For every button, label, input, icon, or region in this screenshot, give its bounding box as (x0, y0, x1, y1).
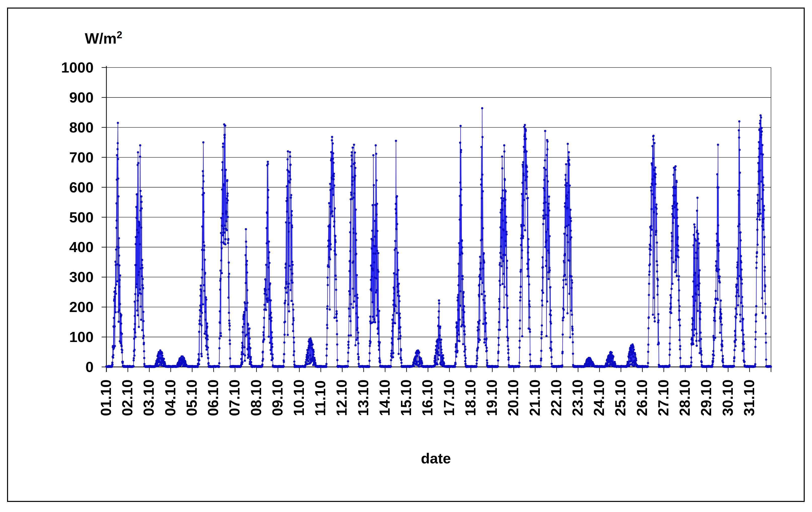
x-tick-label-19.10: 19.10 (484, 380, 500, 416)
y-tick-label-200: 200 (69, 299, 94, 315)
x-tick-label-24.10: 24.10 (591, 380, 607, 416)
x-tick-label-11.10: 11.10 (312, 380, 328, 416)
x-tick-label-13.10: 13.10 (355, 380, 371, 416)
x-tick-label-15.10: 15.10 (398, 380, 414, 416)
x-axis-title: date (421, 450, 451, 467)
y-tick-label-800: 800 (69, 119, 94, 135)
x-tick-label-18.10: 18.10 (462, 380, 478, 416)
x-tick-label-01.10: 01.10 (97, 380, 114, 416)
y-tick-label-0: 0 (86, 359, 94, 375)
x-tick-label-29.10: 29.10 (698, 380, 714, 416)
y-tick-label-400: 400 (69, 239, 94, 255)
x-tick-label-30.10: 30.10 (719, 380, 736, 416)
x-tick-label-25.10: 25.10 (612, 380, 628, 416)
x-tick-label-02.10: 02.10 (119, 380, 135, 416)
y-tick-label-300: 300 (69, 269, 94, 285)
chart-figure: 0100200300400500600700800900100001.1002.… (0, 0, 812, 512)
x-tick-label-22.10: 22.10 (548, 380, 564, 416)
x-tick-label-09.10: 09.10 (269, 380, 286, 416)
x-tick-label-12.10: 12.10 (333, 380, 350, 416)
y-axis-title-text: W/m (85, 30, 117, 47)
y-tick-label-100: 100 (69, 329, 94, 345)
x-tick-label-06.10: 06.10 (205, 380, 221, 416)
x-tick-label-08.10: 08.10 (248, 380, 264, 416)
x-tick-label-14.10: 14.10 (376, 380, 393, 416)
x-tick-label-27.10: 27.10 (655, 380, 671, 416)
x-tick-label-31.10: 31.10 (741, 380, 757, 416)
irradiance-chart: 0100200300400500600700800900100001.1002.… (0, 0, 812, 512)
x-tick-label-04.10: 04.10 (162, 380, 178, 416)
y-tick-label-500: 500 (69, 209, 94, 225)
x-tick-label-17.10: 17.10 (441, 380, 457, 416)
y-axis-title-superscript: 2 (117, 29, 122, 40)
x-tick-label-16.10: 16.10 (419, 380, 435, 416)
y-tick-label-1000: 1000 (61, 59, 94, 76)
x-tick-label-28.10: 28.10 (676, 380, 693, 416)
x-tick-label-26.10: 26.10 (634, 380, 650, 416)
x-tick-label-05.10: 05.10 (183, 380, 200, 416)
y-tick-label-700: 700 (69, 149, 94, 165)
y-tick-label-600: 600 (69, 179, 94, 195)
x-tick-label-20.10: 20.10 (505, 380, 521, 416)
x-tick-label-10.10: 10.10 (291, 380, 307, 416)
x-tick-label-23.10: 23.10 (569, 380, 586, 416)
x-tick-label-07.10: 07.10 (226, 380, 242, 416)
figure-border (7, 8, 804, 502)
x-tick-label-03.10: 03.10 (140, 380, 157, 416)
y-tick-label-900: 900 (69, 89, 94, 106)
y-axis-title: W/m2 (85, 30, 122, 47)
x-tick-label-21.10: 21.10 (526, 380, 543, 416)
